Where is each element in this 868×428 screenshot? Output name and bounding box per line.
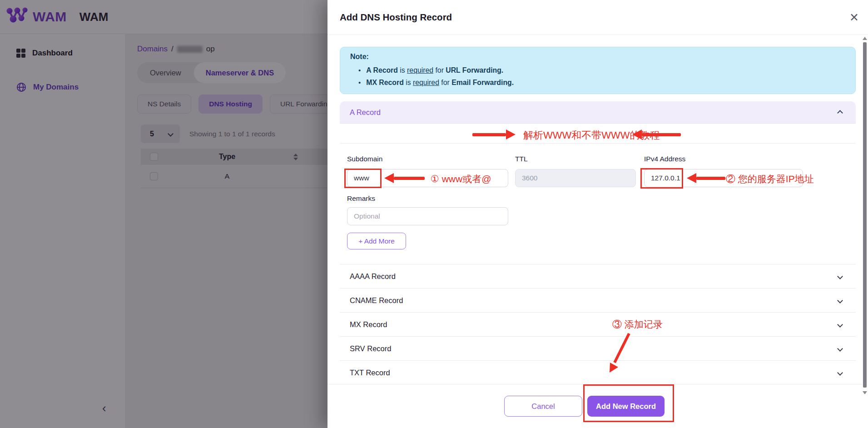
add-more-button[interactable]: + Add More <box>347 233 406 249</box>
scrollbar-thumb[interactable] <box>863 42 867 388</box>
remarks-label: Remarks <box>347 194 375 203</box>
chevron-up-icon <box>837 110 843 116</box>
remarks-input[interactable] <box>347 207 508 225</box>
annotation-box-www <box>344 169 382 188</box>
a-record-accordion-header[interactable]: A Record <box>340 101 856 124</box>
mx-record-accordion[interactable]: MX Record <box>340 312 856 336</box>
txt-record-accordion[interactable]: TXT Record <box>340 360 856 384</box>
cname-record-accordion[interactable]: CNAME Record <box>340 288 856 312</box>
annotation-box-ip <box>640 168 683 189</box>
note-item: •MX Record is required for Email Forward… <box>358 76 845 89</box>
srv-record-accordion[interactable]: SRV Record <box>340 336 856 360</box>
ipv4-label: IPv4 Address <box>644 155 685 163</box>
annotation-arrow-right <box>472 129 516 139</box>
record-accordions: AAAA Record CNAME Record MX Record SRV R… <box>340 264 856 384</box>
chevron-down-icon <box>837 322 843 328</box>
modal-header: Add DNS Hosting Record ✕ <box>327 0 868 35</box>
divider <box>340 143 856 144</box>
annotation-box-submit <box>583 384 674 422</box>
chevron-down-icon <box>837 346 843 352</box>
close-icon[interactable]: ✕ <box>848 10 861 25</box>
annotation-arrow-step3 <box>602 331 638 376</box>
ttl-label: TTL <box>515 155 528 163</box>
annotation-arrow-step2 <box>687 173 725 183</box>
aaaa-record-accordion[interactable]: AAAA Record <box>340 264 856 288</box>
chevron-down-icon <box>837 274 843 279</box>
a-record-title: A Record <box>350 108 381 117</box>
scroll-up-icon[interactable] <box>863 37 867 40</box>
note-item: •A Record is required for URL Forwarding… <box>358 64 845 76</box>
annotation-step1-text: ① www或者@ <box>431 173 491 185</box>
ttl-input <box>515 169 636 187</box>
annotation-arrow-step1 <box>384 173 425 183</box>
annotation-step2-text: ② 您的服务器IP地址 <box>726 173 814 185</box>
modal-title: Add DNS Hosting Record <box>340 12 452 23</box>
cancel-button[interactable]: Cancel <box>504 396 582 417</box>
note-title: Note: <box>350 53 845 61</box>
screen: WAM WAM Dashboard My Domains ‹ Domains /… <box>0 0 868 428</box>
note-box: Note: •A Record is required for URL Forw… <box>340 47 856 94</box>
chevron-down-icon <box>837 298 843 304</box>
chevron-down-icon <box>837 370 843 376</box>
annotation-arrow-left <box>632 129 681 139</box>
scroll-down-icon[interactable] <box>863 391 867 394</box>
modal-scrollbar <box>862 35 868 428</box>
annotation-step3-text: ③ 添加记录 <box>612 318 663 331</box>
add-dns-record-modal: Add DNS Hosting Record ✕ Note: •A Record… <box>327 0 868 428</box>
subdomain-label: Subdomain <box>347 155 382 163</box>
